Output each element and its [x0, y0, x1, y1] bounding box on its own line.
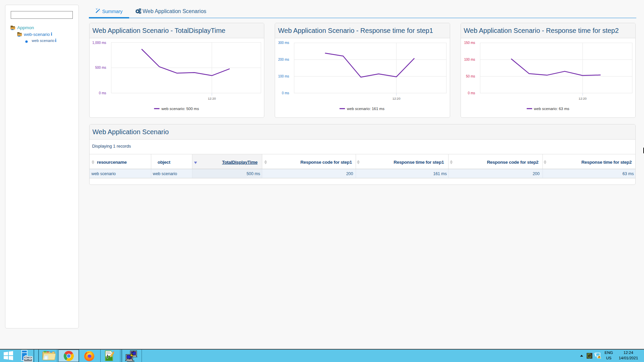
svg-text:resourcename: resourcename	[97, 160, 127, 165]
svg-text:web scenario: 500 ms: web scenario: 500 ms	[161, 106, 199, 110]
svg-text:12:20: 12:20	[579, 97, 587, 100]
svg-text:0 ms: 0 ms	[99, 91, 106, 95]
svg-text:0 ms: 0 ms	[282, 91, 289, 95]
svg-text:50 ms: 50 ms	[466, 74, 475, 78]
svg-text:object: object	[157, 160, 170, 165]
svg-text:200: 200	[532, 171, 539, 176]
svg-text:100 ms: 100 ms	[464, 58, 475, 61]
svg-text:web scenario: 63 ms: web scenario: 63 ms	[533, 106, 569, 110]
svg-text:161 ms: 161 ms	[433, 171, 446, 176]
svg-text:web scenario: web scenario	[152, 171, 177, 176]
svg-text:1,000 ms: 1,000 ms	[92, 41, 106, 45]
svg-text:12:20: 12:20	[392, 97, 400, 100]
svg-text:200: 200	[346, 171, 353, 176]
svg-text:200 ms: 200 ms	[278, 58, 289, 61]
svg-text:Response code for step1: Response code for step1	[300, 160, 352, 165]
svg-text:500 ms: 500 ms	[246, 171, 260, 176]
svg-text:300 ms: 300 ms	[278, 41, 289, 45]
svg-text:web scenario: 161 ms: web scenario: 161 ms	[346, 106, 384, 110]
svg-text:0 ms: 0 ms	[468, 91, 475, 95]
svg-text:150 ms: 150 ms	[464, 41, 475, 45]
svg-text:Response time for step2: Response time for step2	[581, 160, 632, 165]
svg-text:TotalDisplayTime: TotalDisplayTime	[222, 160, 258, 165]
svg-text:web scenario: web scenario	[91, 171, 116, 176]
svg-text:Response time for step1: Response time for step1	[393, 160, 444, 165]
svg-text:12:20: 12:20	[208, 97, 216, 100]
svg-text:Response code for step2: Response code for step2	[487, 160, 538, 165]
svg-text:500 ms: 500 ms	[95, 66, 106, 69]
svg-text:100 ms: 100 ms	[278, 74, 289, 78]
svg-text:63 ms: 63 ms	[622, 171, 634, 176]
